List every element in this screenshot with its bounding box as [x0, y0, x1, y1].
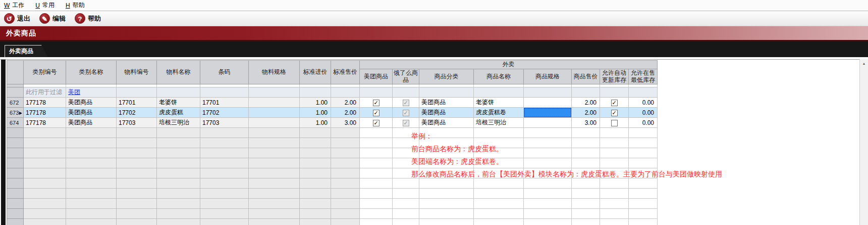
cell-product-category[interactable]: 美团商品 [419, 108, 474, 118]
annotation-line: 举例： [411, 130, 722, 143]
col-header-auto-update-stock[interactable]: 允许自动更新库存 [600, 69, 629, 84]
cell-category-no[interactable]: 177178 [24, 118, 66, 128]
menu-label: 工作 [12, 1, 24, 10]
cell-std-cost[interactable]: 1.00 [300, 98, 331, 108]
auto-update-checkbox[interactable] [611, 120, 618, 126]
cell-item-name[interactable]: 培根三明治 [157, 118, 200, 128]
cell-meituan-product: ✓ [360, 118, 393, 128]
cell-std-price[interactable]: 2.00 [331, 98, 360, 108]
cell-std-cost[interactable]: 1.00 [300, 118, 331, 128]
cell-category-no[interactable]: 177178 [24, 98, 66, 108]
col-header-barcode[interactable]: 条码 [200, 61, 249, 84]
cell-item-no[interactable]: 17702 [117, 108, 157, 118]
col-header-item-spec[interactable]: 物料规格 [249, 61, 300, 84]
cell-item-spec[interactable] [249, 108, 300, 118]
cell-product-category[interactable]: 美团商品 [419, 98, 474, 108]
cell-item-spec[interactable] [249, 118, 300, 128]
cell-barcode[interactable]: 17703 [200, 118, 249, 128]
meituan-checkbox[interactable]: ✓ [373, 120, 379, 126]
cell-auto-update-stock: ✓ [600, 108, 629, 118]
grid-left-border [1, 60, 6, 225]
tab-strip: 外卖商品 [0, 41, 868, 57]
exit-button[interactable]: ↺退出 [4, 13, 30, 24]
eleme-checkbox: ✓ [403, 110, 409, 116]
col-header-category-no[interactable]: 类别编号 [24, 61, 66, 84]
help-button[interactable]: ?帮助 [75, 13, 101, 24]
col-header-item-name[interactable]: 物料名称 [157, 61, 200, 84]
cell-std-price[interactable]: 2.00 [331, 108, 360, 118]
cell-product-name[interactable]: 老婆饼 [474, 98, 524, 108]
scroll-up-button[interactable]: ▲ [860, 59, 868, 68]
col-header-product-spec[interactable]: 商品规格 [524, 69, 572, 84]
menu-item-help[interactable]: H帮助 [66, 1, 85, 10]
cell-category-name[interactable]: 美团商品 [66, 118, 117, 128]
auto-update-checkbox[interactable]: ✓ [611, 110, 618, 116]
meituan-checkbox[interactable]: ✓ [373, 110, 379, 116]
cell-category-name[interactable]: 美团商品 [66, 98, 117, 108]
menu-item-common[interactable]: U常用 [35, 1, 55, 10]
cell-auto-update-stock: ✓ [600, 98, 629, 108]
toolbar: ↺退出 ✎编辑 ?帮助 [0, 11, 868, 26]
cell-item-spec[interactable] [249, 98, 300, 108]
edit-button[interactable]: ✎编辑 [39, 13, 66, 24]
auto-update-checkbox[interactable]: ✓ [611, 100, 618, 106]
vertical-scrollbar[interactable]: ▲ [859, 59, 868, 225]
cell-std-price[interactable]: 3.00 [331, 118, 360, 128]
cell-barcode[interactable]: 17702 [200, 108, 249, 118]
col-header-product-price[interactable]: 商品售价 [572, 69, 600, 84]
question-icon: ? [75, 13, 85, 24]
col-header-product-category[interactable]: 商品分类 [419, 69, 474, 84]
cell-min-stock[interactable]: 0.00 [629, 108, 658, 118]
col-header-meituan-product[interactable]: 美团商品 [360, 69, 393, 84]
cell-product-price[interactable]: 2.00 [572, 108, 600, 118]
empty-grid-row [7, 219, 658, 225]
cell-product-price[interactable]: 3.00 [572, 118, 600, 128]
eleme-checkbox: ✓ [403, 120, 409, 126]
cell-product-price[interactable]: 2.00 [572, 98, 600, 108]
filter-value-cell[interactable]: 美团 [66, 87, 117, 98]
annotation-line: 前台商品名称为：虎皮蛋糕。 [411, 143, 722, 155]
cell-item-no[interactable]: 17703 [117, 118, 157, 128]
menu-item-work[interactable]: W工作 [4, 1, 24, 10]
cell-std-cost[interactable]: 1.00 [300, 108, 331, 118]
row-number-cell[interactable]: 673▶ [7, 108, 24, 118]
cell-barcode[interactable]: 17701 [200, 98, 249, 108]
cell-eleme-product: ✓ [393, 108, 419, 118]
meituan-checkbox[interactable]: ✓ [373, 100, 379, 106]
col-header-category-name[interactable]: 类别名称 [66, 61, 117, 84]
grid-panel: 类别编号 类别名称 物料编号 物料名称 条码 物料规格 标准进价 标准售价 外卖… [0, 59, 868, 225]
row-number-cell[interactable]: 674 [7, 118, 24, 128]
cell-category-name[interactable]: 美团商品 [66, 108, 117, 118]
filter-hint-cell[interactable]: 此行用于过滤 [24, 87, 66, 98]
cell-product-spec[interactable] [524, 118, 572, 128]
cell-product-spec[interactable] [524, 98, 572, 108]
col-header-min-stock[interactable]: 允许在售最低库存 [629, 69, 658, 84]
col-header-product-name[interactable]: 商品名称 [474, 69, 524, 84]
cell-product-category[interactable]: 美团商品 [419, 118, 474, 128]
page-title: 外卖商品 [6, 29, 36, 38]
scroll-up-icon: ▲ [862, 62, 866, 65]
col-header-eleme-product[interactable]: 饿了么商品 [393, 69, 419, 84]
filter-row: 此行用于过滤 美团 [7, 87, 658, 98]
current-row-marker-icon: ▶ [19, 110, 22, 115]
col-header-item-no[interactable]: 物料编号 [117, 61, 157, 84]
col-header-std-cost[interactable]: 标准进价 [300, 61, 331, 84]
filter-value-link[interactable]: 美团 [68, 88, 80, 96]
cell-item-name-highlighted[interactable]: 虎皮蛋糕 [157, 108, 200, 118]
empty-grid-row [7, 209, 658, 219]
cell-meituan-product: ✓ [360, 108, 393, 118]
tab-waimai-products[interactable]: 外卖商品 [5, 45, 48, 57]
cell-min-stock[interactable]: 0.00 [629, 118, 658, 128]
cell-item-no[interactable]: 17701 [117, 98, 157, 108]
cell-min-stock[interactable]: 0.00 [629, 98, 658, 108]
cell-item-name[interactable]: 老婆饼 [157, 98, 200, 108]
cell-product-name-highlighted[interactable]: 虎皮蛋糕卷 [474, 108, 524, 118]
table-row: 674 177178 美团商品 17703 培根三明治 17703 1.00 3… [7, 118, 658, 128]
cell-category-no[interactable]: 177178 [24, 108, 66, 118]
col-header-std-price[interactable]: 标准售价 [331, 61, 360, 84]
cell-product-spec-focused[interactable] [524, 108, 572, 118]
row-number-cell[interactable]: 672 [7, 98, 24, 108]
cell-auto-update-stock [600, 118, 629, 128]
empty-grid-row [7, 199, 658, 209]
cell-product-name[interactable]: 培根三明治 [474, 118, 524, 128]
